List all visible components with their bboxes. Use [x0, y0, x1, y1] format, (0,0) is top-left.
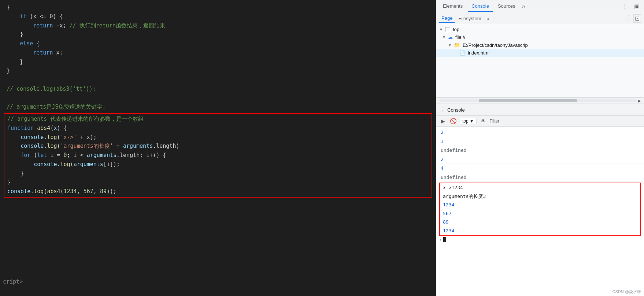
console-filter-input[interactable]	[490, 119, 641, 124]
console-hl-line: 89	[440, 218, 640, 226]
console-toolbar: ▶ 🚫 top ▼ 👁	[436, 116, 644, 127]
tab-page[interactable]: Page	[439, 14, 455, 23]
console-hl-line: 1234	[440, 226, 640, 235]
fs-item-file-protocol[interactable]: ▼ ☁ file://	[436, 33, 644, 41]
code-highlight-box: // arguments 代表传递进来的所有参数，是一个数组 function …	[4, 113, 432, 198]
tab-elements[interactable]: Elements	[439, 1, 466, 12]
console-output-line: 3	[436, 137, 644, 146]
fs-label-folder: E:/Project/csdn/taohyJavascrip	[463, 42, 528, 48]
console-hl-line: 567	[440, 209, 640, 218]
fs-label-file-protocol: file://	[455, 34, 465, 40]
devtools-top-icons: ⋮ ▣	[621, 2, 641, 11]
monitor-icon	[445, 27, 450, 32]
code-line: }	[4, 178, 432, 187]
code-line: }	[4, 169, 432, 178]
watermark: CSDN @淡水珠	[612, 289, 641, 295]
dock-icon[interactable]: ▣	[632, 2, 641, 11]
context-selector[interactable]: top ▼	[460, 118, 477, 124]
fs-item-index-html[interactable]: 📄 index.html	[436, 49, 644, 57]
console-cursor-line: ›	[436, 236, 644, 243]
cloud-icon: ☁	[448, 34, 453, 40]
triangle-icon: ▼	[439, 27, 443, 31]
scrollbar-track	[439, 99, 637, 102]
prompt-arrow: ›	[439, 237, 442, 242]
code-comment-line: // arguments是JS免费赠送的关键字;	[4, 102, 432, 112]
code-line: }	[4, 66, 432, 75]
console-output-line: undefined	[436, 146, 644, 155]
code-line	[4, 75, 432, 85]
folder-icon: 📁	[454, 42, 460, 48]
text-cursor	[443, 237, 446, 242]
more-tabs-icon[interactable]: »	[521, 3, 527, 10]
console-output-line: 4	[436, 164, 644, 173]
code-line: if (x <= 0) {	[4, 12, 432, 21]
code-comment-line: // console.log(abs3('tt'));	[4, 85, 432, 94]
context-selector-arrow: ▼	[470, 119, 474, 124]
tab-console[interactable]: Console	[468, 1, 493, 12]
tab-sources[interactable]: Sources	[494, 1, 519, 12]
console-header: ⋮ Console	[436, 104, 644, 116]
eye-icon[interactable]: 👁	[480, 117, 487, 125]
code-line: for (let i = 0; i < arguments.length; i+…	[4, 151, 432, 160]
fs-label-index-html: index.html	[468, 50, 489, 56]
clear-icon[interactable]: 🚫	[449, 117, 457, 125]
sub-tabs-more-icon[interactable]: »	[485, 16, 491, 22]
script-close-tag: cript>	[3, 278, 23, 285]
console-output-line: 2	[436, 128, 644, 137]
code-panel: } if (x <= 0) { return -x; // 执行到return函…	[0, 0, 436, 296]
tab-filesystem[interactable]: Filesystem	[456, 14, 483, 23]
code-line: function abs4(x) {	[4, 124, 432, 133]
code-line: console.log(abs4(1234, 567, 89));	[4, 187, 432, 196]
console-options-icon[interactable]: ⋮	[439, 106, 445, 113]
fs-label-top: top	[453, 27, 459, 32]
scrollbar-area: ▶	[436, 97, 644, 104]
code-line: return -x; // 执行到return函数结束，返回结果	[4, 21, 432, 30]
code-line: console.log('arguments的长度' + arguments.l…	[4, 142, 432, 151]
scrollbar-thumb[interactable]	[479, 99, 578, 102]
file-icon: 📄	[460, 50, 465, 56]
code-content: } if (x <= 0) { return -x; // 执行到return函…	[4, 0, 432, 202]
fs-item-folder[interactable]: ▼ 📁 E:/Project/csdn/taohyJavascrip	[436, 41, 644, 49]
scroll-right-arrow[interactable]: ▶	[638, 99, 641, 103]
devtools-top-tabs: Elements Console Sources » ⋮ ▣	[436, 0, 644, 13]
triangle-icon: ▼	[448, 43, 452, 47]
code-line: }	[4, 57, 432, 67]
sub-tabs-bar: Page Filesystem » ⋮ ⊡	[436, 13, 644, 24]
settings-icon[interactable]: ⋮	[621, 2, 629, 11]
triangle-icon: ▼	[442, 35, 446, 39]
code-line: }	[4, 30, 432, 39]
sub-tabs-options-icon[interactable]: ⋮	[626, 14, 632, 23]
execute-icon[interactable]: ▶	[439, 117, 447, 125]
console-highlight-box: x->1234 arguments的长度3 1234 567 89 1234	[439, 183, 641, 236]
console-hl-line: arguments的长度3	[440, 192, 640, 201]
code-line: }	[4, 3, 432, 12]
code-line: else {	[4, 39, 432, 48]
console-hl-line: x->1234	[440, 183, 640, 192]
code-line: return x;	[4, 48, 432, 57]
code-line: // arguments 代表传递进来的所有参数，是一个数组	[4, 115, 432, 124]
console-hl-line: 1234	[440, 201, 640, 209]
code-line: console.log(arguments[i]);	[4, 160, 432, 169]
layout-icon[interactable]: ⊡	[633, 14, 641, 23]
console-output-line: undefined	[436, 173, 644, 182]
devtools-panel: Elements Console Sources » ⋮ ▣ Page File…	[436, 0, 644, 296]
context-selector-label: top	[462, 119, 469, 124]
console-label: Console	[447, 107, 465, 113]
filesystem-tree: ▼ top ▼ ☁ file:// ▼ 📁 E:/Project/csdn/ta…	[436, 24, 644, 97]
console-output: 2 3 undefined 2 4 undefined x->1234 argu…	[436, 127, 644, 296]
code-line	[4, 94, 432, 103]
fs-item-top[interactable]: ▼ top	[436, 26, 644, 33]
code-line: console.log('x->' + x);	[4, 133, 432, 142]
console-output-line: 2	[436, 155, 644, 164]
